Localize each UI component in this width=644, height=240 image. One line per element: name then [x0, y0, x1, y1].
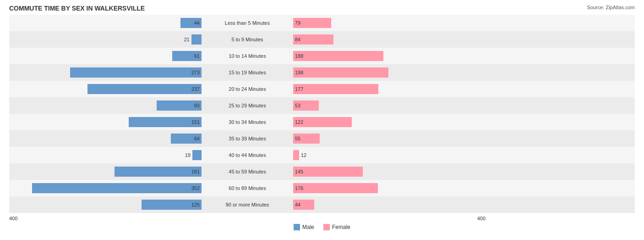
table-row: 215 to 9 Minutes84 [9, 31, 635, 48]
female-value: 53 [295, 103, 300, 108]
legend-female-label: Female [332, 224, 350, 230]
male-bar [191, 34, 202, 45]
female-bar: 176 [293, 183, 378, 193]
right-bar-area: 198 [293, 64, 486, 81]
legend-female-icon [323, 224, 330, 230]
female-value: 44 [295, 202, 300, 207]
male-bar: 237 [87, 84, 202, 94]
male-bar [192, 150, 202, 160]
female-bar: 44 [293, 200, 314, 210]
female-bar [293, 150, 299, 160]
left-bar-area: 64 [9, 130, 202, 147]
right-bar-area: 12 [293, 147, 486, 163]
row-label: 35 to 39 Minutes [202, 136, 293, 141]
left-bar-area: 237 [9, 81, 202, 97]
male-value-outside: 21 [184, 37, 190, 42]
female-bar: 122 [293, 117, 352, 127]
table-row: 23720 to 24 Minutes177 [9, 81, 635, 97]
right-bar-area: 84 [293, 31, 486, 48]
table-row: 15130 to 34 Minutes122 [9, 114, 635, 130]
chart-area: 44Less than 5 Minutes79215 to 9 Minutes8… [9, 15, 635, 211]
male-value: 181 [191, 169, 200, 174]
row-label: 5 to 9 Minutes [202, 37, 293, 42]
table-row: 35260 to 89 Minutes176 [9, 180, 635, 196]
female-value: 122 [295, 119, 303, 125]
female-value: 79 [295, 20, 300, 26]
male-bar: 151 [129, 117, 202, 127]
female-value: 177 [295, 86, 303, 92]
left-bar-area: 21 [9, 31, 202, 48]
male-value: 44 [194, 20, 200, 26]
row-label: Less than 5 Minutes [202, 20, 293, 26]
male-value: 151 [191, 119, 200, 125]
male-bar: 61 [172, 51, 202, 61]
axis-label-right: 400 [477, 216, 486, 221]
legend-female: Female [323, 224, 350, 230]
female-value: 188 [295, 53, 303, 59]
table-row: 6110 to 14 Minutes188 [9, 48, 635, 64]
female-bar: 145 [293, 167, 363, 177]
row-label: 90 or more Minutes [202, 202, 293, 207]
female-bar: 84 [293, 34, 333, 45]
axis-bottom: 400 400 [9, 214, 635, 222]
row-label: 45 to 59 Minutes [202, 169, 293, 174]
female-bar: 53 [293, 100, 319, 111]
row-label: 25 to 29 Minutes [202, 103, 293, 108]
left-bar-area: 181 [9, 163, 202, 180]
male-bar: 93 [157, 100, 202, 111]
table-row: 1940 to 44 Minutes12 [9, 147, 635, 163]
table-row: 9325 to 29 Minutes53 [9, 97, 635, 114]
male-value: 273 [191, 70, 200, 75]
female-value-outside: 12 [301, 152, 306, 158]
row-label: 60 to 89 Minutes [202, 185, 293, 191]
female-bar: 177 [293, 84, 378, 94]
male-value: 237 [191, 86, 200, 92]
male-value-outside: 19 [185, 152, 191, 158]
legend: Male Female [9, 224, 635, 230]
table-row: 6435 to 39 Minutes55 [9, 130, 635, 147]
right-bar-area: 176 [293, 180, 486, 196]
female-bar: 198 [293, 67, 388, 78]
legend-male-label: Male [302, 224, 314, 230]
legend-male: Male [294, 224, 314, 230]
row-label: 20 to 24 Minutes [202, 86, 293, 92]
male-bar: 125 [142, 200, 202, 210]
female-bar: 188 [293, 51, 383, 61]
chart-rows: 44Less than 5 Minutes79215 to 9 Minutes8… [9, 15, 635, 213]
male-value: 352 [191, 185, 200, 191]
row-label: 30 to 34 Minutes [202, 119, 293, 125]
table-row: 18145 to 59 Minutes145 [9, 163, 635, 180]
table-row: 44Less than 5 Minutes79 [9, 15, 635, 31]
female-value: 145 [295, 169, 303, 174]
chart-container: COMMUTE TIME BY SEX IN WALKERSVILLE Sour… [0, 0, 644, 240]
female-value: 176 [295, 185, 303, 191]
row-label: 40 to 44 Minutes [202, 152, 293, 158]
right-bar-area: 55 [293, 130, 486, 147]
left-bar-area: 19 [9, 147, 202, 163]
left-bar-area: 125 [9, 196, 202, 213]
table-row: 27315 to 19 Minutes198 [9, 64, 635, 81]
row-label: 15 to 19 Minutes [202, 70, 293, 75]
left-bar-area: 93 [9, 97, 202, 114]
left-bar-area: 61 [9, 48, 202, 64]
right-bar-area: 44 [293, 196, 486, 213]
male-value: 61 [194, 53, 200, 59]
male-value: 93 [194, 103, 200, 108]
male-bar: 181 [115, 167, 202, 177]
left-bar-area: 273 [9, 64, 202, 81]
row-label: 10 to 14 Minutes [202, 53, 293, 59]
left-bar-area: 352 [9, 180, 202, 196]
legend-male-icon [294, 224, 300, 230]
chart-title: COMMUTE TIME BY SEX IN WALKERSVILLE [9, 5, 635, 12]
female-value: 55 [295, 136, 300, 141]
female-bar: 79 [293, 18, 331, 28]
right-bar-area: 79 [293, 15, 486, 31]
male-bar: 273 [70, 67, 202, 78]
left-bar-area: 44 [9, 15, 202, 31]
female-bar: 55 [293, 134, 320, 144]
left-bar-area: 151 [9, 114, 202, 130]
right-bar-area: 177 [293, 81, 486, 97]
male-value: 64 [194, 136, 200, 141]
female-value: 198 [295, 70, 303, 75]
male-bar: 352 [32, 183, 202, 193]
